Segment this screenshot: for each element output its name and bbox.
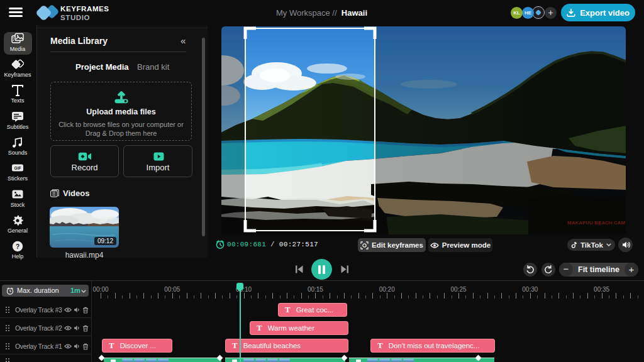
svg-text:?: ?: [16, 243, 19, 250]
svg-text:GIF: GIF: [14, 166, 21, 170]
